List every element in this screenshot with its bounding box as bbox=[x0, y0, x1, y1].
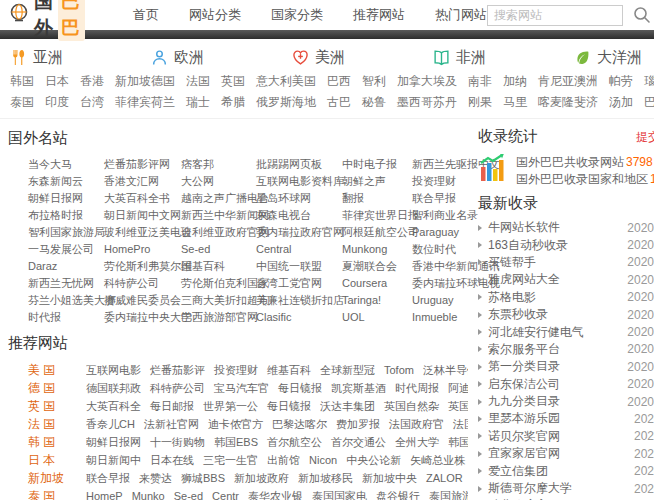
famous-site-link[interactable]: 星岛环球网 bbox=[256, 190, 342, 207]
latest-entry[interactable]: 河北雄安行健电气2020-8-16 bbox=[478, 323, 654, 340]
latest-entry[interactable]: 163自动秒收录2020-8-28 bbox=[478, 236, 654, 253]
recommended-site-link[interactable]: 朝鲜日报网 bbox=[86, 433, 141, 451]
recommended-country-label[interactable]: 韩 国 bbox=[28, 433, 74, 451]
recommended-site-link[interactable]: 首尔航空公 bbox=[267, 433, 322, 451]
nav-item-2[interactable]: 国家分类 bbox=[271, 6, 323, 24]
country-link[interactable]: 希腊 bbox=[221, 94, 245, 111]
country-link[interactable]: 秘鲁 bbox=[362, 94, 386, 111]
recommended-site-link[interactable]: 科特萨公司 bbox=[150, 379, 205, 397]
famous-site-link[interactable]: Daraz bbox=[28, 258, 104, 275]
recommended-site-link[interactable]: 韩国大众音 bbox=[448, 433, 468, 451]
continent-title-0[interactable]: 亚洲 bbox=[10, 48, 151, 67]
recommended-site-link[interactable]: 首尔交通公 bbox=[331, 433, 386, 451]
country-link[interactable]: 加拿大 bbox=[397, 73, 433, 90]
country-link[interactable]: 香港 bbox=[80, 73, 104, 90]
recommended-site-link[interactable]: 维基百科 bbox=[267, 361, 311, 379]
search-input[interactable] bbox=[487, 5, 623, 26]
country-link[interactable]: 德国 bbox=[151, 73, 175, 90]
recommended-country-label[interactable]: 美 国 bbox=[28, 361, 74, 379]
recommended-country-label[interactable]: 英 国 bbox=[28, 397, 74, 415]
recommended-site-link[interactable]: 矢崎总业株 bbox=[410, 451, 465, 469]
latest-entry-name[interactable]: 斯德哥尔摩大学 bbox=[488, 480, 572, 497]
famous-site-link[interactable]: 智利国家旅游局 bbox=[28, 224, 104, 241]
recommended-site-link[interactable]: 韩国EBS bbox=[214, 433, 258, 451]
famous-site-link[interactable]: 新西兰中华新闻网 bbox=[181, 207, 256, 224]
search-icon[interactable] bbox=[633, 6, 651, 24]
recommended-site-link[interactable]: 每日邮报 bbox=[150, 397, 194, 415]
recommended-site-link[interactable]: 泛林半导体 bbox=[423, 361, 468, 379]
recommended-site-link[interactable]: 巴黎达喀尔 bbox=[272, 415, 327, 433]
latest-entry-name[interactable]: 雅虎网站大全 bbox=[488, 271, 560, 288]
nav-item-0[interactable]: 首页 bbox=[133, 6, 159, 24]
country-link[interactable]: 日本 bbox=[45, 73, 69, 90]
famous-site-link[interactable]: 时代报 bbox=[28, 309, 104, 326]
recommended-site-link[interactable]: 三宅一生官 bbox=[203, 451, 258, 469]
recommended-site-link[interactable]: 世界第一公 bbox=[203, 397, 258, 415]
famous-site-link[interactable]: 一马发展公司 bbox=[28, 241, 104, 258]
latest-entry[interactable]: 雅虎网站大全2020-8-19 bbox=[478, 271, 654, 288]
famous-site-link[interactable]: 玻利维亚泛美电台 bbox=[104, 224, 181, 241]
famous-site-link[interactable]: 批踢踢网页板 bbox=[256, 156, 342, 173]
latest-entry-name[interactable]: 九九分类目录 bbox=[488, 393, 560, 410]
country-link[interactable]: 苏丹 bbox=[433, 94, 457, 111]
latest-entry-name[interactable]: 索尔服务平台 bbox=[488, 341, 560, 358]
country-link[interactable]: 刚果 bbox=[468, 94, 492, 111]
country-link[interactable]: 新加坡 bbox=[115, 73, 151, 90]
recommended-site-link[interactable]: 德国联邦政 bbox=[86, 379, 141, 397]
recommended-site-link[interactable]: 泰华农业银 bbox=[248, 487, 303, 500]
country-link[interactable]: 英国 bbox=[221, 73, 245, 90]
famous-site-link[interactable]: 三商大美折扣超市 bbox=[181, 292, 256, 309]
famous-site-link[interactable]: 阿根廷航空公司 bbox=[342, 224, 412, 241]
latest-entry[interactable]: 买链帮手2020-8-26 bbox=[478, 254, 654, 271]
famous-site-link[interactable]: 大英百科全书 bbox=[104, 190, 181, 207]
recommended-site-link[interactable]: 每日镜报 bbox=[267, 397, 311, 415]
latest-entry-name[interactable]: 宜家家居官网 bbox=[488, 445, 560, 462]
recommended-site-link[interactable]: 日本在线 bbox=[150, 451, 194, 469]
famous-site-link[interactable]: 挪威难民委员会 bbox=[104, 292, 181, 309]
recommended-site-link[interactable]: Centr bbox=[212, 487, 239, 500]
continent-title-3[interactable]: 非洲 bbox=[433, 48, 574, 67]
country-link[interactable]: 菲律宾 bbox=[115, 94, 151, 111]
recommended-country-label[interactable]: 日 本 bbox=[28, 451, 74, 469]
recommended-country-label[interactable]: 德 国 bbox=[28, 379, 74, 397]
famous-site-link[interactable]: 朝日新闻中文网 bbox=[104, 207, 181, 224]
famous-site-link[interactable]: 大公网 bbox=[181, 173, 256, 190]
recommended-site-link[interactable]: 盘谷银行 bbox=[376, 487, 420, 500]
recommended-site-link[interactable]: 泰国国家电 bbox=[312, 487, 367, 500]
latest-entry[interactable]: 苏格电影2020-8-17 bbox=[478, 289, 654, 306]
latest-entry[interactable]: 第一分类目录2020-8-13 bbox=[478, 358, 654, 375]
country-link[interactable]: 海地 bbox=[292, 94, 316, 111]
latest-entry[interactable]: 里瑟本游乐园2020-8-9 bbox=[478, 410, 654, 427]
recommended-site-link[interactable]: 法新社官网 bbox=[144, 415, 199, 433]
country-link[interactable]: 斐济 bbox=[574, 94, 598, 111]
famous-site-link[interactable]: 劳伦斯伯克利国家 bbox=[181, 275, 256, 292]
country-link[interactable]: 巴新 bbox=[644, 94, 654, 111]
latest-entry[interactable]: 索尔服务平台2020-8-14 bbox=[478, 341, 654, 358]
country-link[interactable]: 泰国 bbox=[10, 94, 34, 111]
recommended-site-link[interactable]: 狮城BBS bbox=[181, 469, 225, 487]
recommended-site-link[interactable]: 大英百科全 bbox=[86, 397, 141, 415]
famous-site-link[interactable]: 菲律宾世界日报 bbox=[342, 207, 412, 224]
famous-site-link[interactable]: HomePro bbox=[104, 241, 181, 258]
famous-site-link[interactable]: 东森新闻云 bbox=[28, 173, 104, 190]
country-link[interactable]: 汤加 bbox=[609, 94, 633, 111]
famous-site-link[interactable]: 玻利维亚政府官网 bbox=[181, 224, 256, 241]
recommended-site-link[interactable]: 每日镜报 bbox=[278, 379, 322, 397]
latest-entry[interactable]: 宜家家居官网2020-8-9 bbox=[478, 445, 654, 462]
country-link[interactable]: 喀麦隆 bbox=[538, 94, 574, 111]
latest-entry[interactable]: 东票秒收录2020-8-17 bbox=[478, 306, 654, 323]
latest-entry[interactable]: 爱立信集团2020-8-9 bbox=[478, 462, 654, 479]
recommended-site-link[interactable]: ZALOR bbox=[426, 469, 463, 487]
famous-site-link[interactable]: 巴西旅游部官网 bbox=[181, 309, 256, 326]
country-link[interactable]: 巴西 bbox=[327, 73, 351, 90]
recommended-site-link[interactable]: 法国政府官 bbox=[389, 415, 444, 433]
latest-entry-name[interactable]: 诺贝尔奖官网 bbox=[488, 428, 560, 445]
country-link[interactable]: 埃及 bbox=[433, 73, 457, 90]
latest-entry-name[interactable]: 牛网站长软件 bbox=[488, 219, 560, 236]
nav-item-3[interactable]: 推荐网站 bbox=[353, 6, 405, 24]
country-link[interactable]: 南非 bbox=[468, 73, 492, 90]
recommended-site-link[interactable]: 互联网电影 bbox=[86, 361, 141, 379]
recommended-country-label[interactable]: 泰 国 bbox=[28, 487, 74, 500]
submit-site-link[interactable]: 提交网站 bbox=[636, 129, 654, 146]
nav-item-4[interactable]: 热门网站 bbox=[435, 6, 487, 24]
